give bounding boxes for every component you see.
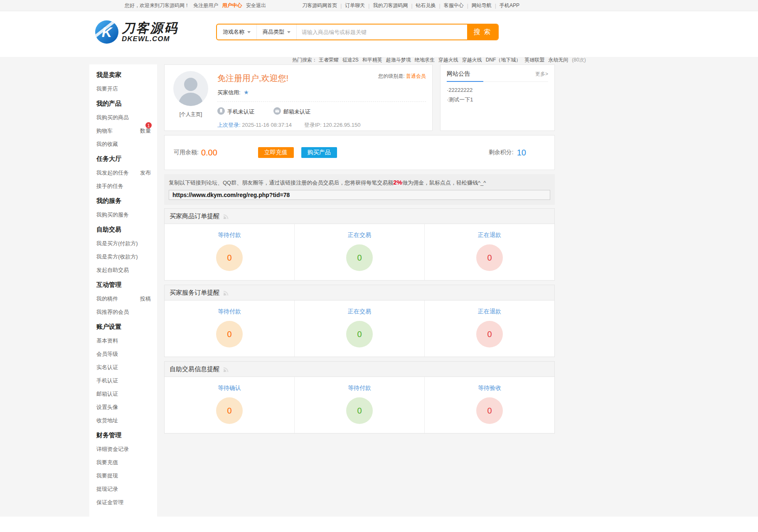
topbar-link[interactable]: 刀客源码网首页 [302, 2, 337, 9]
sidebar-item[interactable]: 邮箱认证 [89, 387, 157, 401]
separator: | [411, 3, 412, 9]
topbar-link[interactable]: 客服中心 [444, 2, 464, 9]
sidebar-item[interactable]: 我要提现 [89, 469, 157, 483]
topbar-link[interactable]: 订单聊天 [345, 2, 365, 9]
hot-keyword[interactable]: 王者荣耀 [319, 57, 339, 63]
product-type-select[interactable]: 商品类型 [257, 25, 297, 39]
sidebar-item-label: 我的收藏 [96, 140, 118, 148]
notice-item[interactable]: ·测试一下1 [447, 95, 548, 104]
status-count-circle: 0 [346, 244, 373, 271]
chevron-down-icon [247, 31, 251, 33]
site-logo[interactable]: K 刀客源码 DKEWL.COM [95, 20, 178, 44]
sidebar-item[interactable]: 收货地址 [89, 414, 157, 427]
topbar-link[interactable]: 钻石兑换 [416, 2, 436, 9]
game-name-select[interactable]: 游戏名称 [217, 25, 257, 39]
sidebar-item[interactable]: 手机认证 [89, 374, 157, 387]
logout-link[interactable]: 安全退出 [246, 2, 266, 8]
notice-more-link[interactable]: 更多> [535, 71, 548, 78]
sidebar-item-label: 我的稿件 [96, 295, 118, 303]
email-verify-status[interactable]: 邮箱未认证 [273, 107, 310, 116]
sidebar-item[interactable]: 接手的任务 [89, 180, 157, 193]
phone-icon [217, 107, 225, 116]
sidebar-item[interactable]: 我的稿件投稿 [89, 292, 157, 305]
status-label[interactable]: 等待付款 [218, 232, 241, 239]
separator: | [495, 3, 496, 9]
personal-homepage-link[interactable]: [个人主页] [180, 111, 202, 118]
commission-rate: 2% [393, 179, 402, 186]
search-button[interactable]: 搜 索 [467, 25, 498, 39]
sidebar-item[interactable]: 购物车数量1 [89, 124, 157, 138]
logo-domain: DKEWL.COM [122, 35, 178, 43]
sidebar-item[interactable]: 会员等级 [89, 347, 157, 361]
hot-keyword[interactable]: 穿越火线 [438, 57, 458, 63]
sidebar-item-extra[interactable]: 投稿 [140, 295, 151, 303]
search-area: 游戏名称 商品类型 搜 索 热门搜索：王者荣耀征途2S和平精英超激斗梦境绝地求生… [216, 24, 499, 40]
hot-keyword[interactable]: DNF（地下城） [486, 57, 521, 63]
hot-keyword[interactable]: 和平精英 [362, 57, 382, 63]
recharge-button[interactable]: 立即充值 [258, 147, 294, 158]
status-label[interactable]: 等待确认 [218, 384, 241, 392]
main-content: [个人主页] 免注册用户,欢迎您! 您的级别是: 普通会员 买家信用: [164, 64, 555, 433]
sidebar-item-label: 接手的任务 [96, 182, 123, 190]
hot-keyword[interactable]: 征途2S [342, 57, 359, 63]
panel-title: 自助交易信息提醒 [170, 365, 219, 373]
sidebar-item-label: 设置头像 [96, 404, 118, 411]
login-ip: 120.226.95.150 [323, 122, 360, 128]
topbar-link[interactable]: 网站导航 [472, 2, 492, 9]
search-input[interactable] [297, 25, 467, 39]
sidebar-item[interactable]: 发起自助交易 [89, 264, 157, 277]
sidebar-item[interactable]: 我推荐的会员 [89, 305, 157, 319]
hot-keywords: 王者荣耀征途2S和平精英超激斗梦境绝地求生穿越火线穿越火线DNF（地下城）英雄联… [319, 57, 572, 63]
order-status-column: 正在交易0 [294, 300, 424, 357]
sidebar-item[interactable]: 设置头像 [89, 401, 157, 414]
order-status-column: 等待验收0 [424, 377, 554, 433]
sidebar-item-extra[interactable]: 数量1 [140, 127, 151, 135]
hot-keyword[interactable]: 永劫无间 [548, 57, 568, 63]
sidebar: 我是卖家我要开店我的产品我购买的商品购物车数量1我的收藏任务大厅我发起的任务发布… [89, 64, 157, 517]
status-label[interactable]: 正在交易 [348, 308, 371, 315]
member-level-value[interactable]: 普通会员 [406, 73, 426, 79]
status-label[interactable]: 等待付款 [348, 384, 371, 392]
rss-icon [223, 366, 230, 372]
buy-product-button[interactable]: 购买产品 [301, 147, 337, 158]
status-label[interactable]: 正在交易 [348, 232, 371, 239]
sidebar-item-label: 提现记录 [96, 485, 118, 493]
user-center-link[interactable]: 用户中心 [222, 2, 242, 8]
status-label[interactable]: 等待付款 [218, 308, 241, 315]
sidebar-item[interactable]: 基本资料 [89, 334, 157, 347]
phone-verify-status[interactable]: 手机未认证 [217, 107, 254, 116]
sidebar-item[interactable]: 我的收藏 [89, 138, 157, 151]
hot-keyword[interactable]: 穿越火线 [462, 57, 482, 63]
sidebar-item-extra[interactable]: 发布 [140, 169, 151, 177]
status-label[interactable]: 等待验收 [478, 384, 501, 392]
notice-item[interactable]: ·22222222 [447, 85, 548, 95]
sidebar-item[interactable]: 我发起的任务发布 [89, 166, 157, 180]
sidebar-item[interactable]: 我购买的服务 [89, 208, 157, 222]
status-count: 0 [487, 253, 492, 263]
topbar-link[interactable]: 手机APP [500, 2, 519, 9]
sidebar-item[interactable]: 保证金管理 [89, 496, 157, 509]
status-count: 0 [487, 330, 492, 339]
order-panel: 自助交易信息提醒等待确认0等待付款0等待验收0 [164, 361, 555, 433]
hot-keyword[interactable]: 绝地求生 [415, 57, 435, 63]
sidebar-item[interactable]: 详细资金记录 [89, 443, 157, 456]
hot-keyword[interactable]: 超激斗梦境 [386, 57, 411, 63]
status-count-circle: 0 [216, 321, 243, 347]
status-label[interactable]: 正在退款 [478, 232, 501, 239]
sidebar-item-label: 收货地址 [96, 417, 118, 424]
sidebar-item[interactable]: 我是卖方(收款方) [89, 250, 157, 264]
sidebar-item-label: 我要开店 [96, 85, 118, 93]
sidebar-item[interactable]: 我要开店 [89, 82, 157, 96]
status-count: 0 [357, 406, 362, 416]
sidebar-item[interactable]: 我要充值 [89, 456, 157, 469]
notification-badge: 1 [145, 122, 152, 128]
topbar-link[interactable]: 我的刀客源码网 [373, 2, 408, 9]
sidebar-item[interactable]: 提现记录 [89, 483, 157, 496]
panel-header: 买家商品订单提醒 [165, 209, 554, 224]
sidebar-item[interactable]: 实名认证 [89, 361, 157, 374]
sidebar-item[interactable]: 我是买方(付款方) [89, 237, 157, 250]
hot-keyword[interactable]: 英雄联盟 [524, 57, 544, 63]
referral-url-field[interactable]: https://www.dkym.com/reg/reg.php?tid=78 [169, 190, 550, 200]
status-label[interactable]: 正在退款 [478, 308, 501, 315]
site-header: K 刀客源码 DKEWL.COM 游戏名称 商品类型 搜 索 [0, 11, 758, 57]
